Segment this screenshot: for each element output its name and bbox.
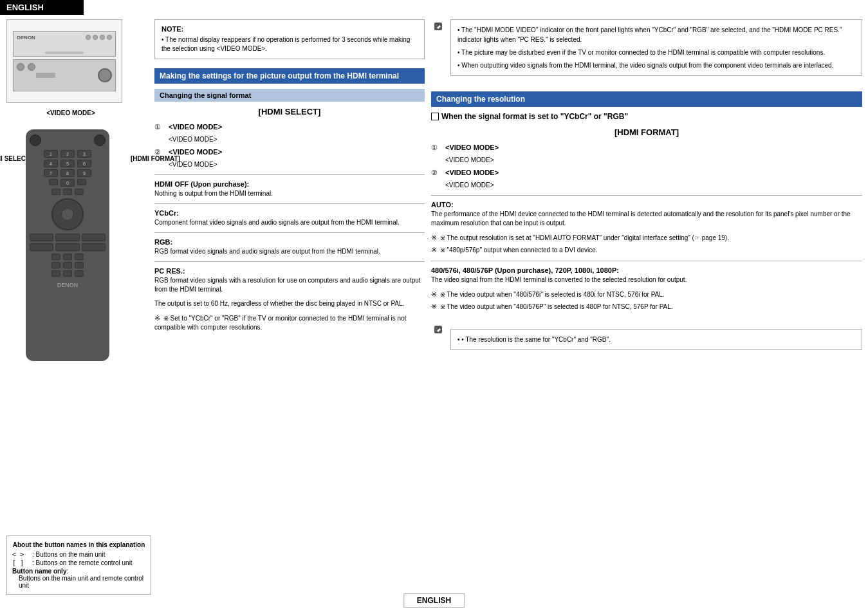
note-box: NOTE: • The normal display reappears if … bbox=[154, 19, 425, 59]
note-text-content: The normal display reappears if no opera… bbox=[162, 36, 410, 52]
resolution-step-2-bold: <VIDEO MODE> bbox=[445, 169, 499, 176]
step-1-content: <VIDEO MODE> bbox=[169, 123, 222, 131]
footer-text: ENGLISH bbox=[417, 596, 451, 605]
device-btn-1 bbox=[86, 35, 91, 40]
ycbcr-title: YCbCr: bbox=[154, 209, 425, 217]
changing-resolution-title: Changing the resolution bbox=[436, 95, 525, 104]
remote-btn-8: 8 bbox=[60, 169, 75, 177]
divider-3 bbox=[154, 232, 425, 233]
step-1-sub: <VIDEO MODE> bbox=[169, 135, 425, 144]
asterisk-icon-3: ※ bbox=[431, 246, 437, 254]
remote-bottom-btn-3 bbox=[75, 254, 84, 260]
remote-btn-4: 4 bbox=[44, 160, 58, 167]
resolution-step-2: ② <VIDEO MODE> bbox=[431, 169, 862, 177]
device-bottom bbox=[13, 59, 116, 91]
remote-btn-9: 9 bbox=[77, 169, 91, 177]
bottom-note-box: • • The resolution is the same for "YCbC… bbox=[450, 329, 862, 350]
remote-top-buttons bbox=[30, 135, 106, 146]
device-btn-3 bbox=[100, 35, 105, 40]
video-mode-label: <VIDEO MODE> bbox=[6, 109, 135, 116]
info-row-4: Buttons on the main unit and remote cont… bbox=[12, 575, 145, 589]
remote-grid-btn-2 bbox=[55, 234, 79, 241]
remote-bottom-btn-6 bbox=[75, 262, 84, 268]
remote-grid-buttons bbox=[30, 234, 106, 251]
remote-bottom-row-2 bbox=[30, 262, 106, 268]
remote-bottom-btn-4 bbox=[51, 262, 60, 268]
resolution-step-2-content: <VIDEO MODE> bbox=[445, 169, 499, 176]
res480-star-2: ※ ※ The video output when "480/576P" is … bbox=[431, 302, 862, 312]
remote-btn-extra-2 bbox=[77, 179, 86, 185]
remote-bottom-btn-2 bbox=[63, 254, 72, 260]
right-note-3: • When outputting video signals from the… bbox=[457, 60, 855, 70]
remote-row-1: 1 2 3 bbox=[30, 150, 106, 158]
remote-grid-btn-1 bbox=[30, 234, 53, 241]
device-btn-4 bbox=[107, 35, 112, 40]
changing-resolution-header: Changing the resolution bbox=[431, 91, 862, 107]
step-2-num: ② bbox=[154, 148, 169, 156]
remote-btn-2: 2 bbox=[60, 150, 75, 158]
note-title: NOTE: bbox=[162, 25, 418, 33]
right-note-2: • The picture may be disturbed even if t… bbox=[457, 48, 855, 57]
divider-4 bbox=[154, 261, 425, 262]
info-sym-1: < > bbox=[12, 551, 28, 558]
remote-nav-circle bbox=[51, 198, 84, 230]
auto-star-2-text: ※ "480p/576p" output when connected to a… bbox=[440, 247, 598, 254]
note-text: • The normal display reappears if no ope… bbox=[162, 35, 418, 53]
right-top-notes: • The "HDMI MODE VIDEO" indicator on the… bbox=[450, 19, 862, 76]
right-note-1: • The "HDMI MODE VIDEO" indicator on the… bbox=[457, 25, 855, 44]
remote-btn-top-right bbox=[94, 135, 106, 146]
remote-section: [HDMI SELECT] [HDMI FORMAT] 1 2 3 4 5 6 bbox=[26, 129, 135, 361]
step-2-content: <VIDEO MODE> bbox=[169, 148, 222, 156]
remote-bottom-btn-5 bbox=[63, 262, 72, 268]
hdmi-off-title: HDMI OFF (Upon purchase): bbox=[154, 180, 425, 188]
right-column: • The "HDMI MODE VIDEO" indicator on the… bbox=[431, 19, 862, 350]
res480-star-2-text: ※ The video output when "480/576P" is se… bbox=[440, 303, 673, 310]
remote-bottom-btn-8 bbox=[63, 270, 72, 277]
hdmi-off-text: Nothing is output from the HDMI terminal… bbox=[154, 189, 425, 198]
rgb-text: RGB format video signals and audio signa… bbox=[154, 247, 425, 256]
header-label: ENGLISH bbox=[6, 3, 44, 12]
asterisk-icon-5: ※ bbox=[431, 302, 437, 310]
info-row-1: < > : Buttons on the main unit bbox=[12, 551, 145, 558]
res480-star-1-text: ※ The video output when "480/576i" is se… bbox=[440, 291, 665, 298]
remote-bottom-btn-9 bbox=[75, 270, 84, 277]
resolution-step-2-sub: <VIDEO MODE> bbox=[445, 181, 862, 190]
info-text-1: : Buttons on the main unit bbox=[32, 551, 105, 558]
resolution-step-1: ① <VIDEO MODE> bbox=[431, 144, 862, 152]
remote-extra-row: 0 bbox=[30, 179, 106, 187]
step-2: ② <VIDEO MODE> bbox=[154, 148, 425, 156]
res480-star-1: ※ ※ The video output when "480/576i" is … bbox=[431, 290, 862, 299]
remote-btn-sm-1 bbox=[51, 189, 60, 195]
checkbox-text: When the signal format is set to "YCbCr"… bbox=[441, 112, 628, 121]
left-column: DENON <VIDEO MODE> [HDMI bbox=[6, 19, 135, 361]
remote-grid-btn-3 bbox=[82, 234, 106, 241]
checkbox-icon bbox=[431, 113, 439, 120]
asterisk-icon-2: ※ bbox=[431, 234, 437, 241]
making-settings-header: Making the settings for the picture outp… bbox=[154, 68, 425, 84]
right-note-1-text: The "HDMI MODE VIDEO" indicator on the f… bbox=[457, 26, 842, 43]
remote-btn-sm-3 bbox=[75, 189, 84, 195]
remote-nav-inner bbox=[61, 208, 74, 221]
changing-signal-header: Changing the signal format bbox=[154, 89, 425, 102]
remote-btn-top-left bbox=[30, 135, 41, 146]
step-1: ① <VIDEO MODE> bbox=[154, 123, 425, 131]
resolution-step-1-num: ① bbox=[431, 144, 445, 152]
bottom-note-content: • The resolution is the same for "YCbCr"… bbox=[461, 336, 611, 343]
device-buttons bbox=[86, 35, 112, 40]
pc-res-text-2: The output is set to 60 Hz, regardless o… bbox=[154, 299, 425, 308]
right-divider-2 bbox=[431, 261, 862, 261]
right-divider-1 bbox=[431, 195, 862, 196]
resolution-step-1-content: <VIDEO MODE> bbox=[445, 144, 499, 151]
note-star: ※ ※ Set to "YCbCr" or "RGB" if the TV or… bbox=[154, 313, 425, 332]
info-row-2: [ ] : Buttons on the remote control unit bbox=[12, 559, 145, 566]
info-text-2: : Buttons on the remote control unit bbox=[32, 559, 133, 566]
right-note-3-text: When outputting video signals from the H… bbox=[461, 62, 833, 69]
res480-text: The video signal from the HDMI terminal … bbox=[431, 275, 862, 284]
remote-btn-5: 5 bbox=[60, 160, 75, 167]
remote-btn-3: 3 bbox=[77, 150, 91, 158]
pc-res-text-1: RGB format video signals with a resoluti… bbox=[154, 276, 425, 294]
divider-2 bbox=[154, 203, 425, 204]
changing-signal-title: Changing the signal format bbox=[160, 91, 251, 99]
remote-bottom-row-3 bbox=[30, 270, 106, 277]
remote-btn-6: 6 bbox=[77, 160, 91, 167]
